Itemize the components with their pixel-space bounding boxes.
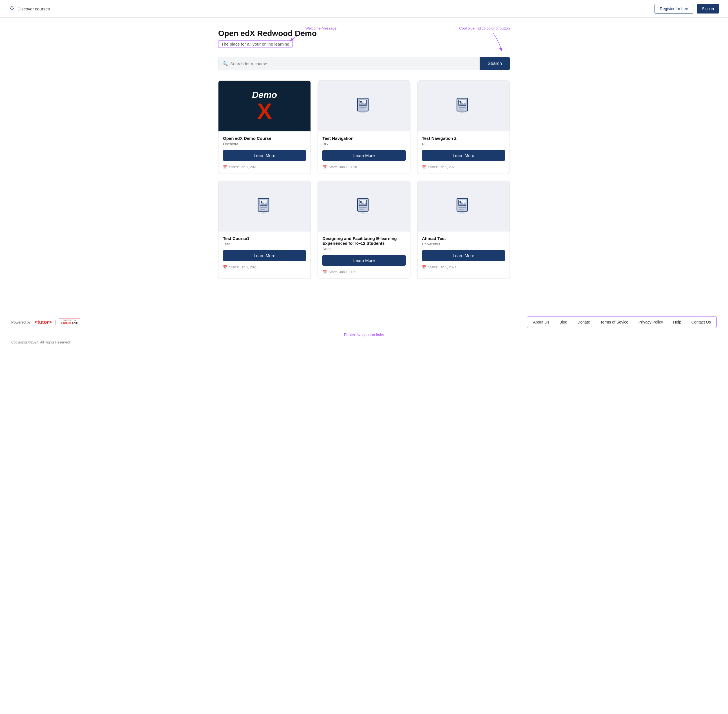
footer: Powered by: <tutor> | POWERED BY OPEN ed… [0, 307, 728, 350]
course-name: Designing and Facilitating E-learning Ex… [322, 236, 405, 246]
course-name: Test Course1 [223, 236, 306, 241]
thumbnail-icon-wrap [451, 93, 476, 119]
logo-icon: ♢ [9, 5, 15, 12]
svg-rect-3 [359, 107, 367, 108]
main-content: Welcome Message Cool blue Indigo color o… [209, 18, 519, 296]
hero-subtitle: The place for all your online learning [218, 40, 292, 48]
navbar: ♢ Discover courses Register for free Sig… [0, 0, 728, 18]
signin-button[interactable]: Sign in [697, 4, 719, 14]
course-name: Open edX Demo Course [223, 136, 306, 141]
course-org: Axim [322, 247, 405, 251]
course-card: Ahmad Test UniversityX Learn More 📅 Star… [417, 181, 510, 279]
svg-point-23 [360, 212, 366, 213]
navbar-title: Discover courses [18, 6, 50, 11]
course-start-date: Starts: Jan 1, 2020 [328, 165, 357, 169]
navbar-left: ♢ Discover courses [9, 5, 50, 12]
svg-point-11 [459, 112, 465, 113]
footer-nav: About UsBlogDonateTerms of SevicePrivacy… [527, 316, 717, 328]
course-card: Test Course1 Test Learn More 📅 Starts: J… [218, 181, 311, 279]
image-placeholder-icon [456, 98, 471, 114]
learn-more-button[interactable]: Learn More [422, 150, 505, 161]
search-icon: 🔍 [223, 61, 228, 66]
course-thumbnail [418, 181, 510, 231]
image-placeholder-icon [357, 198, 371, 214]
course-date: 📅 Starts: Jan 1, 2020 [223, 165, 306, 169]
course-org: RG [322, 142, 405, 146]
thumbnail-icon-wrap [351, 93, 377, 119]
svg-point-26 [459, 201, 461, 203]
course-name: Ahmad Test [422, 236, 505, 241]
calendar-icon: 📅 [322, 165, 327, 169]
course-thumbnail: Demo X [218, 81, 310, 131]
course-thumbnail [418, 81, 510, 131]
footer-nav-link[interactable]: About Us [533, 320, 549, 324]
svg-rect-4 [359, 109, 364, 110]
footer-nav-annotation: Footer Navigation links [11, 333, 717, 337]
image-placeholder-icon [456, 198, 471, 214]
footer-nav-link[interactable]: Terms of Sevice [600, 320, 628, 324]
course-thumbnail [318, 81, 410, 131]
calendar-icon: 📅 [223, 165, 227, 169]
tutor-logo: <tutor> [35, 319, 52, 325]
course-body: Ahmad Test UniversityX Learn More 📅 Star… [418, 231, 510, 279]
svg-rect-9 [459, 107, 466, 108]
svg-point-5 [360, 112, 366, 113]
svg-rect-28 [459, 209, 464, 210]
svg-rect-15 [260, 207, 267, 208]
course-name: Test Navigation [322, 136, 405, 141]
course-body: Open edX Demo Course OpenedX Learn More … [218, 131, 310, 174]
svg-point-8 [459, 101, 461, 103]
search-input[interactable] [230, 62, 475, 66]
course-org: RG [422, 142, 505, 146]
svg-point-20 [360, 201, 362, 203]
svg-rect-16 [260, 209, 265, 210]
search-input-wrap: 🔍 [218, 57, 480, 70]
svg-rect-22 [359, 209, 364, 210]
search-button[interactable]: Search [480, 57, 510, 70]
learn-more-button[interactable]: Learn More [223, 150, 306, 161]
course-thumbnail [318, 181, 410, 231]
svg-rect-27 [459, 207, 466, 208]
course-body: Designing and Facilitating E-learning Ex… [318, 231, 410, 279]
image-placeholder-icon [257, 198, 272, 214]
course-start-date: Starts: Jan 1, 2020 [428, 165, 457, 169]
course-org: Test [223, 242, 306, 246]
thumbnail-icon-wrap [351, 194, 377, 219]
course-org: UniversityX [422, 242, 505, 246]
calendar-icon: 📅 [422, 265, 427, 269]
footer-top: Powered by: <tutor> | POWERED BY OPEN ed… [11, 316, 717, 328]
course-start-date: Starts: Jan 1, 2021 [328, 270, 357, 274]
footer-nav-link[interactable]: Help [673, 320, 681, 324]
course-card: Test Navigation RG Learn More 📅 Starts: … [317, 81, 410, 174]
course-start-date: Starts: Jan 1, 2020 [229, 165, 257, 169]
footer-nav-link[interactable]: Blog [560, 320, 567, 324]
register-button[interactable]: Register for free [654, 4, 693, 14]
footer-nav-link[interactable]: Contact Us [691, 320, 711, 324]
footer-nav-link[interactable]: Donate [578, 320, 590, 324]
course-card: Designing and Facilitating E-learning Ex… [317, 181, 410, 279]
hero-section: Welcome Message Cool blue Indigo color o… [218, 29, 510, 48]
learn-more-button[interactable]: Learn More [422, 250, 505, 261]
course-start-date: Starts: Jan 1, 2020 [229, 265, 257, 269]
svg-point-2 [360, 101, 362, 103]
course-thumbnail [218, 181, 310, 231]
course-name: Test Navigation 2 [422, 136, 505, 141]
learn-more-button[interactable]: Learn More [322, 150, 405, 161]
svg-point-14 [261, 201, 262, 203]
search-bar: 🔍 Search [218, 57, 510, 70]
powered-by: Powered by: <tutor> | POWERED BY OPEN ed… [11, 318, 80, 326]
demo-x-icon: X [257, 100, 272, 123]
calendar-icon: 📅 [322, 270, 327, 274]
course-date: 📅 Starts: Jan 1, 2020 [223, 265, 306, 269]
calendar-icon: 📅 [422, 165, 427, 169]
openedx-logo: POWERED BY OPEN edX [59, 318, 80, 326]
course-date: 📅 Starts: Jan 1, 2020 [322, 165, 405, 169]
course-body: Test Course1 Test Learn More 📅 Starts: J… [218, 231, 310, 279]
course-date: 📅 Starts: Jan 1, 2020 [422, 165, 505, 169]
learn-more-button[interactable]: Learn More [223, 250, 306, 261]
svg-rect-10 [459, 109, 464, 110]
learn-more-button[interactable]: Learn More [322, 255, 405, 266]
powered-by-label: Powered by: [11, 320, 32, 324]
footer-nav-link[interactable]: Privacy Policy [638, 320, 663, 324]
course-card: Test Navigation 2 RG Learn More 📅 Starts… [417, 81, 510, 174]
